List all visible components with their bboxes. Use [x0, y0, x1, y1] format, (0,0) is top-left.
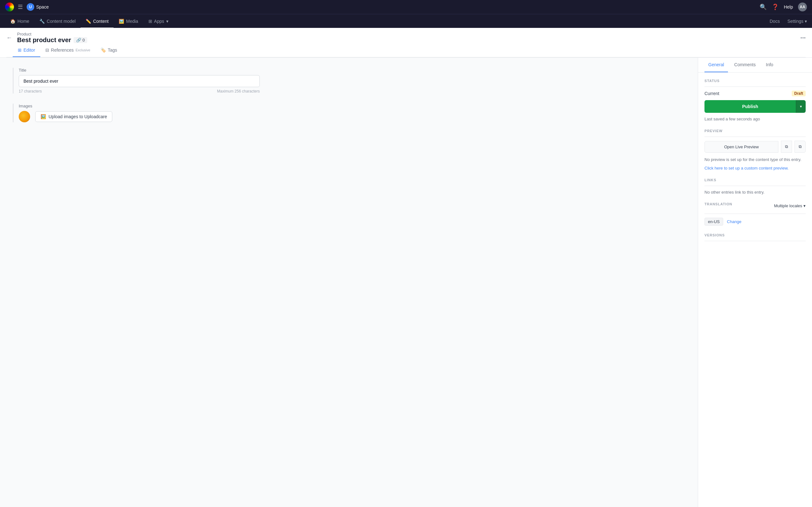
versions-divider: [705, 241, 806, 241]
copy-icon: ⧉: [799, 144, 802, 149]
versions-section-title: VERSIONS: [705, 233, 806, 237]
preview-divider: [705, 136, 806, 137]
title-field-section: Title 17 characters Maximum 256 characte…: [13, 68, 685, 94]
editor-tab-icon: ⊞: [18, 48, 21, 53]
help-icon[interactable]: ❓: [772, 3, 779, 10]
preview-copy-button[interactable]: ⧉: [795, 141, 806, 153]
nav-item-home[interactable]: 🏠 Home: [5, 14, 34, 28]
user-avatar[interactable]: AA: [798, 3, 807, 11]
secondary-navigation: 🏠 Home 🔧 Content model ✏️ Content 🖼️ Med…: [0, 14, 812, 28]
sidebar-tab-info[interactable]: Info: [762, 58, 777, 72]
images-field-section: Images 🖼️ Upload images to Uploadcare: [13, 104, 685, 122]
draft-badge: Draft: [792, 91, 806, 96]
settings-dropdown-icon: ▾: [805, 19, 807, 24]
sidebar-tab-comments[interactable]: Comments: [730, 58, 760, 72]
contentful-logo: [5, 3, 14, 11]
sidebar-content: STATUS Current Draft Publish ▾ Last save…: [698, 72, 812, 507]
preview-section: PREVIEW Open Live Preview ⧉ ⧉ No preview…: [705, 129, 806, 170]
search-icon[interactable]: 🔍: [760, 3, 767, 10]
locales-chevron-icon: ▾: [803, 204, 806, 208]
tags-tab-label: Tags: [108, 48, 117, 53]
nav-item-content-model[interactable]: 🔧 Content model: [34, 14, 81, 28]
links-note: No other entries link to this entry.: [705, 190, 806, 194]
space-selector[interactable]: U Space: [27, 3, 49, 11]
publish-button[interactable]: Publish: [705, 100, 796, 113]
multiple-locales-selector[interactable]: Multiple locales ▾: [774, 204, 806, 208]
link-count-badge[interactable]: 🔗 0: [73, 37, 87, 43]
link-count-number: 0: [83, 38, 85, 43]
tab-tags[interactable]: 🏷️ Tags: [96, 44, 122, 57]
images-field-border: Images 🖼️ Upload images to Uploadcare: [13, 104, 685, 122]
title-input[interactable]: [19, 75, 260, 87]
links-divider: [705, 186, 806, 186]
tags-tab-icon: 🏷️: [101, 48, 106, 53]
references-tab-icon: ⊟: [45, 48, 49, 53]
last-saved-text: Last saved a few seconds ago: [705, 117, 806, 121]
secondary-nav-right: Docs Settings ▾: [770, 19, 807, 24]
publish-dropdown-button[interactable]: ▾: [796, 100, 806, 113]
char-count: 17 characters: [19, 89, 42, 94]
status-divider: [705, 87, 806, 87]
back-button[interactable]: ←: [6, 35, 12, 41]
breadcrumb-parent: Product: [17, 32, 798, 37]
docs-link[interactable]: Docs: [770, 19, 780, 24]
link-icon: 🔗: [76, 38, 81, 43]
editor-tabs: ⊞ Editor ⊟ References Exclusive 🏷️ Tags: [6, 44, 806, 57]
wrench-icon: 🔧: [39, 19, 45, 24]
top-nav-right: 🔍 ❓ Help AA: [760, 3, 807, 11]
nav-label-home: Home: [17, 19, 29, 24]
references-tab-label: References: [51, 48, 74, 53]
tab-references[interactable]: ⊟ References Exclusive: [40, 44, 96, 57]
preview-row: Open Live Preview ⧉ ⧉: [705, 141, 806, 153]
apps-dropdown-icon: ▾: [166, 19, 168, 24]
locale-badge: en-US: [705, 218, 723, 226]
chevron-down-icon: ▾: [800, 104, 802, 109]
versions-section: VERSIONS: [705, 233, 806, 241]
status-section: STATUS Current Draft Publish ▾ Last save…: [705, 79, 806, 121]
apps-icon: ⊞: [148, 19, 152, 24]
setup-preview-link[interactable]: Click here to set up a custom content pr…: [705, 166, 789, 170]
breadcrumb-row: ← Product Best product ever 🔗 0 ···: [6, 32, 806, 44]
more-options-button[interactable]: ···: [800, 34, 806, 42]
title-field-border: Title 17 characters Maximum 256 characte…: [13, 68, 685, 94]
preview-note: No preview is set up for the content typ…: [705, 157, 806, 163]
sidebar-tabs: General Comments Info: [698, 58, 812, 72]
open-live-preview-button[interactable]: Open Live Preview: [705, 141, 778, 153]
help-label[interactable]: Help: [784, 4, 793, 9]
status-section-title: STATUS: [705, 79, 806, 83]
top-navigation: ☰ U Space 🔍 ❓ Help AA: [0, 0, 812, 14]
page-title: Best product ever: [17, 37, 71, 44]
links-section-title: LINKS: [705, 178, 806, 182]
publish-btn-row: Publish ▾: [705, 100, 806, 113]
title-field-label: Title: [19, 68, 685, 72]
settings-link[interactable]: Settings ▾: [787, 19, 807, 24]
current-label: Current: [705, 91, 719, 96]
image-icon: 🖼️: [119, 19, 124, 24]
translation-section-title: TRANSLATION: [705, 202, 732, 206]
external-link-icon: ⧉: [785, 144, 788, 149]
upload-images-button[interactable]: 🖼️ Upload images to Uploadcare: [35, 111, 112, 122]
links-section: LINKS No other entries link to this entr…: [705, 178, 806, 194]
translation-header-row: TRANSLATION Multiple locales ▾: [705, 202, 806, 210]
translation-divider: [705, 214, 806, 214]
tab-editor[interactable]: ⊞ Editor: [13, 44, 40, 57]
pencil-icon: ✏️: [86, 19, 91, 24]
home-icon: 🏠: [10, 19, 15, 24]
image-spinner: [19, 111, 30, 122]
images-field-label: Images: [19, 104, 685, 108]
nav-label-content: Content: [93, 19, 108, 24]
change-locale-link[interactable]: Change: [727, 219, 742, 224]
space-name: Space: [36, 4, 49, 9]
status-row: Current Draft: [705, 91, 806, 96]
exclusive-badge: Exclusive: [75, 48, 90, 52]
upload-btn-label: Upload images to Uploadcare: [49, 114, 107, 119]
nav-item-media[interactable]: 🖼️ Media: [113, 14, 143, 28]
nav-label-content-model: Content model: [47, 19, 75, 24]
sidebar-tab-general[interactable]: General: [705, 58, 728, 72]
nav-item-content[interactable]: ✏️ Content: [81, 14, 113, 28]
preview-external-button[interactable]: ⧉: [781, 141, 792, 153]
nav-item-apps[interactable]: ⊞ Apps ▾: [143, 14, 173, 28]
editor-area: Title 17 characters Maximum 256 characte…: [0, 58, 698, 507]
menu-icon[interactable]: ☰: [18, 3, 23, 10]
locale-row: en-US Change: [705, 218, 806, 226]
